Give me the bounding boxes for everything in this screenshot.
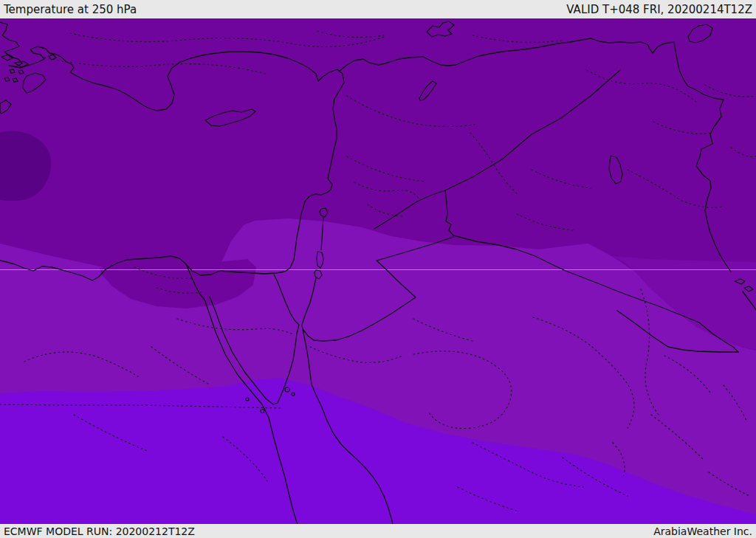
page-title: Temperature at 250 hPa <box>4 3 137 16</box>
valid-time-label: VALID T+048 FRI, 20200214T12Z <box>566 3 752 16</box>
header-bar: Temperature at 250 hPa VALID T+048 FRI, … <box>0 0 756 18</box>
map-canvas <box>0 0 756 538</box>
model-run-label: ECMWF MODEL RUN: 20200212T12Z <box>4 525 195 537</box>
temperature-bands <box>0 18 756 525</box>
credit-label: ArabiaWeather Inc. <box>653 525 752 537</box>
weather-map-window: Temperature at 250 hPa VALID T+048 FRI, … <box>0 0 756 538</box>
map-layers <box>0 18 756 525</box>
footer-bar: ECMWF MODEL RUN: 20200212T12Z ArabiaWeat… <box>0 524 756 538</box>
